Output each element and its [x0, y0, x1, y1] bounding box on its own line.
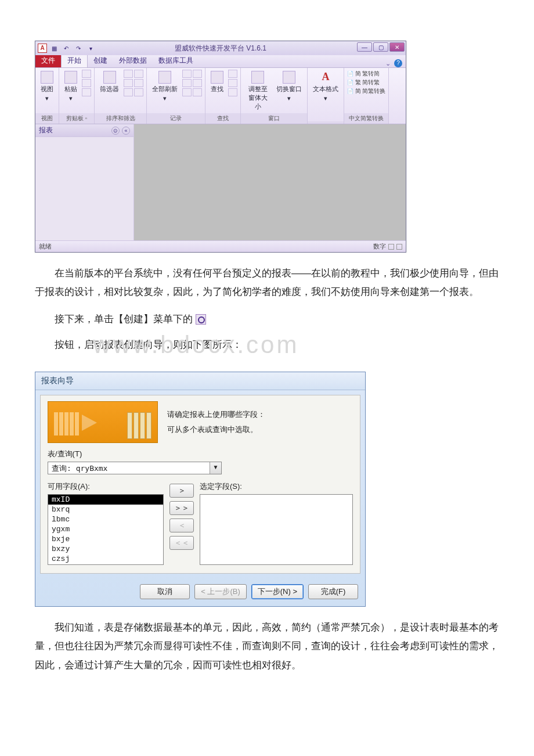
ribbon-group-clipboard-label: 剪贴板 ▫ — [59, 113, 94, 124]
refresh-all-button[interactable]: 全部刷新 ▾ — [150, 70, 180, 103]
available-fields-listbox[interactable]: mxID bxrq lbmc ygxm bxje bxzy czsj — [48, 494, 164, 565]
paste-button[interactable]: 粘贴 ▾ — [62, 70, 80, 103]
table-query-label: 表/查询(T) — [48, 449, 353, 459]
find-button[interactable]: 查找 — [208, 70, 226, 95]
document-canvas — [134, 124, 406, 240]
replace-button[interactable] — [228, 70, 237, 78]
navigation-pane-title: 报表 — [39, 125, 53, 135]
paragraph-3: 我们知道，表是存储数据最基本的单元，因此，高效，简约（通常严禁冗余），是设计表时… — [35, 618, 499, 675]
list-item[interactable]: mxID — [48, 495, 163, 505]
view-mode-icon[interactable] — [388, 244, 394, 250]
minimize-button[interactable]: — — [357, 42, 372, 52]
more-records-button[interactable] — [193, 88, 202, 96]
ribbon-group-text-format: A 文本格式 ▾ — [308, 68, 344, 124]
status-bar: 就绪 数字 — [35, 240, 406, 252]
spelling-button[interactable] — [193, 79, 202, 87]
finish-button[interactable]: 完成(F) — [308, 584, 358, 599]
move-all-right-button[interactable]: ＞＞ — [169, 501, 194, 515]
list-item[interactable]: bxzy — [48, 544, 163, 554]
filter-button[interactable]: 筛选器 — [98, 70, 121, 95]
goto-button[interactable] — [228, 79, 237, 87]
chevron-down-icon[interactable]: ▼ — [210, 462, 221, 474]
ribbon-group-window-label: 窗口 — [241, 113, 307, 124]
ribbon-group-find: 查找 查找 — [205, 68, 241, 124]
qat-redo-button[interactable]: ↷ — [73, 44, 84, 53]
simp-trad-convert-button[interactable]: 简 简繁转换 — [347, 87, 385, 95]
dialog-launcher-icon[interactable]: ▫ — [85, 115, 88, 121]
table-query-combo[interactable]: 查询: qryBxmx ▼ — [48, 462, 222, 474]
qat-undo-button[interactable]: ↶ — [61, 44, 71, 53]
sort-desc-button[interactable] — [124, 79, 133, 87]
ribbon-group-clipboard: 粘贴 ▾ 剪贴板 ▫ — [59, 68, 95, 124]
filter-icon — [103, 71, 116, 84]
move-right-button[interactable]: ＞ — [169, 484, 194, 498]
paragraph-1: 在当前版本的平台系统中，没有任何平台预定义的报表——在以前的教程中，我们极少使用… — [35, 264, 499, 302]
available-fields-label: 可用字段(A): — [48, 481, 164, 492]
tab-database-tools[interactable]: 数据库工具 — [153, 54, 199, 67]
selected-fields-listbox[interactable] — [200, 494, 353, 565]
list-item[interactable]: bxje — [48, 534, 163, 544]
view-button[interactable]: 视图 ▾ — [38, 70, 56, 103]
chevron-down-icon: ▾ — [287, 95, 291, 102]
qat-more-button[interactable]: ▾ — [85, 44, 96, 53]
help-icon[interactable]: ? — [394, 59, 402, 67]
wizard-title: 报表向导 — [35, 372, 365, 390]
maximize-button[interactable]: ▢ — [373, 42, 388, 52]
ribbon-tabs: 文件 开始 创建 外部数据 数据库工具 ⌄ ? — [35, 55, 406, 68]
list-item[interactable]: czsj — [48, 554, 163, 564]
next-button[interactable]: 下一步(N) > — [251, 584, 304, 599]
refresh-icon — [158, 71, 171, 84]
chevron-down-icon: ▾ — [69, 95, 73, 102]
tab-file[interactable]: 文件 — [35, 54, 61, 67]
find-icon — [211, 71, 223, 84]
list-item[interactable]: ygxm — [48, 524, 163, 534]
view-mode-icon[interactable] — [396, 244, 402, 250]
cancel-button[interactable]: 取消 — [140, 584, 190, 599]
chevron-down-icon: ▾ — [45, 95, 49, 102]
cut-button[interactable] — [82, 70, 91, 78]
copy-button[interactable] — [82, 79, 91, 87]
move-left-button[interactable]: ＜ — [169, 519, 194, 532]
back-button[interactable]: < 上一步(B) — [194, 584, 247, 599]
switch-windows-button[interactable]: 切换窗口 ▾ — [274, 70, 304, 103]
save-record-button[interactable] — [182, 79, 192, 87]
table-query-value: 查询: qryBxmx — [48, 462, 210, 474]
ribbon-group-view: 视图 ▾ 视图 — [35, 68, 59, 124]
wizard-illustration — [48, 401, 158, 443]
selection-filter-button[interactable] — [134, 70, 143, 78]
text-format-button[interactable]: A 文本格式 ▾ — [311, 70, 341, 103]
navigation-pane-header[interactable]: 报表 ⊙ « — [35, 124, 134, 137]
tab-home[interactable]: 开始 — [61, 53, 88, 67]
select-button[interactable] — [228, 88, 237, 96]
list-item[interactable]: lbmc — [48, 514, 163, 524]
navpane-collapse-icon[interactable]: « — [122, 127, 130, 135]
list-item[interactable]: bxrq — [48, 505, 163, 514]
arrow-icon — [82, 415, 97, 431]
close-button[interactable]: ✕ — [389, 42, 405, 52]
ribbon-group-sort-filter: 筛选器 排序和筛选 — [95, 68, 147, 124]
app-logo-icon: A — [38, 44, 47, 53]
window-controls: — ▢ ✕ — [357, 42, 405, 52]
selected-fields-label: 选定字段(S): — [200, 481, 353, 492]
ribbon-group-find-label: 查找 — [205, 113, 240, 124]
simp-to-trad-button[interactable]: 繁 简转繁 — [347, 78, 385, 87]
remove-sort-button[interactable] — [124, 88, 133, 96]
format-painter-button[interactable] — [82, 88, 91, 96]
access-app-window: A ▦ ↶ ↷ ▾ 盟威软件快速开发平台 V1.6.1 — ▢ ✕ 文件 开始 … — [35, 41, 406, 253]
move-all-left-button[interactable]: ＜＜ — [169, 536, 194, 550]
new-record-button[interactable] — [182, 70, 192, 78]
tab-external-data[interactable]: 外部数据 — [113, 54, 153, 67]
switch-windows-icon — [283, 71, 295, 84]
fit-form-button[interactable]: 调整至窗体大小 — [244, 70, 272, 112]
ribbon-group-simplified-traditional: 简 繁转简 繁 简转繁 简 简繁转换 中文简繁转换 — [344, 68, 389, 124]
delete-record-button[interactable] — [182, 88, 192, 96]
qat-save-button[interactable]: ▦ — [49, 44, 59, 53]
navpane-menu-icon[interactable]: ⊙ — [111, 127, 120, 135]
tab-create[interactable]: 创建 — [88, 54, 113, 67]
totals-button[interactable] — [193, 70, 202, 78]
trad-to-simp-button[interactable]: 简 繁转简 — [347, 70, 385, 78]
ribbon-minimize-icon[interactable]: ⌄ — [385, 60, 391, 67]
toggle-filter-button[interactable] — [134, 88, 143, 96]
advanced-filter-button[interactable] — [134, 79, 143, 87]
sort-asc-button[interactable] — [124, 70, 133, 78]
